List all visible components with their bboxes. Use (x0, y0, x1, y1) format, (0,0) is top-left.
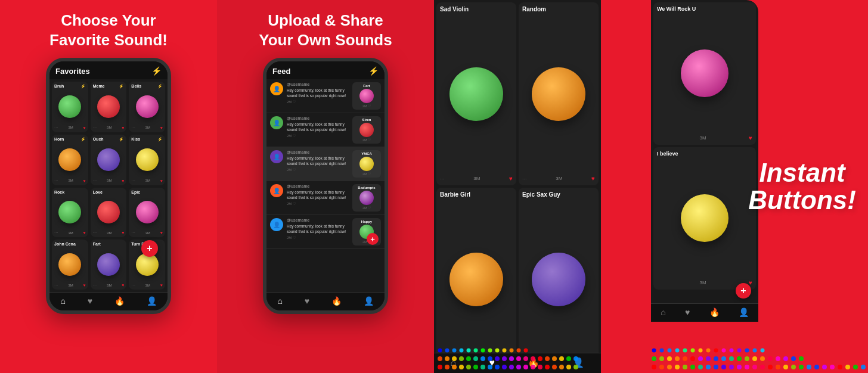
sound-btn-fart[interactable] (97, 253, 120, 276)
feed-item-5[interactable]: 👤 @username Hey community, look at this … (266, 215, 385, 249)
btn-wewillrocku[interactable] (681, 49, 728, 97)
svg-point-73 (807, 365, 811, 369)
svg-point-64 (737, 365, 742, 369)
svg-point-81 (652, 356, 656, 361)
sound-btn-meme[interactable] (97, 95, 120, 118)
sound-btn-horn[interactable] (58, 148, 81, 171)
svg-point-87 (698, 356, 703, 361)
panel-1-title: Choose YourFavorite Sound! (49, 11, 168, 49)
sound-btn-kiss[interactable] (136, 148, 159, 171)
svg-point-37 (559, 356, 564, 361)
feed-content-2: @username Hey community, look at this fu… (287, 116, 349, 138)
svg-point-89 (714, 356, 718, 361)
svg-point-36 (552, 356, 557, 361)
sound-cell-johncena[interactable]: John Cena ···3M♥ (52, 240, 88, 290)
feed-sound-1[interactable]: Fart 2M ♡ (352, 82, 381, 110)
nav-profile[interactable]: 👤 (147, 296, 157, 306)
feed-sound-4[interactable]: Badumpts 2M ♡ (352, 184, 381, 212)
sound-cell-fart[interactable]: Fart ···3M♥ (91, 240, 127, 290)
closeup-cell-ibelieve[interactable]: I believe 3M ♥ + (653, 147, 756, 290)
filter-icon-2[interactable]: ⚡ (368, 66, 379, 76)
svg-point-7 (488, 365, 492, 369)
sound-cell-epic[interactable]: Epic ···3M♥ (129, 188, 165, 238)
feed-item-3[interactable]: 👤 @username Hey community, look at this … (266, 147, 385, 181)
sound-btn-epic[interactable] (136, 201, 159, 223)
bottom-nav-4: ⌂ ♥ 🔥 👤 (651, 303, 758, 322)
svg-point-42 (452, 349, 457, 353)
svg-point-88 (706, 356, 711, 361)
svg-point-32 (523, 356, 528, 361)
svg-point-26 (480, 356, 485, 361)
nav-profile-2[interactable]: 👤 (364, 296, 374, 306)
sound-cell-ouch[interactable]: Ouch ⚡ ···3M♥ (91, 135, 127, 185)
svg-point-77 (838, 365, 842, 369)
add-feed-button[interactable]: + (367, 233, 379, 245)
nav-trending-4[interactable]: 🔥 (709, 307, 720, 317)
nav-profile-4[interactable]: 👤 (739, 307, 749, 317)
nav-trending[interactable]: 🔥 (114, 296, 125, 306)
svg-point-85 (683, 356, 687, 361)
nav-home-4[interactable]: ⌂ (661, 307, 665, 317)
sound-cell-turndown[interactable]: Turn Down ···3M♥ + (129, 240, 165, 290)
sound-btn-ouch[interactable] (97, 148, 120, 171)
sound-btn-bells[interactable] (136, 95, 159, 118)
bottom-nav-1: ⌂ ♥ 🔥 👤 (49, 292, 168, 310)
sound-cell-bells[interactable]: Bells ⚡ ···3M♥ (129, 82, 165, 132)
svg-point-23 (459, 356, 464, 361)
nav-home[interactable]: ⌂ (60, 296, 65, 306)
filter-icon[interactable]: ⚡ (151, 66, 162, 76)
phone-1-title: Favorites (55, 67, 90, 76)
feed-item-4[interactable]: 👤 @username Hey community, look at this … (266, 181, 385, 215)
feed-item-1[interactable]: 👤 @username Hey community, look at this … (266, 79, 385, 113)
avatar-5: 👤 (270, 218, 283, 231)
svg-point-84 (675, 356, 680, 361)
closeup-cell-wewillrocku[interactable]: We Will Rock U 3M ♥ (653, 2, 756, 145)
phone-2-header: Feed ⚡ (266, 61, 385, 79)
nav-favorites-4[interactable]: ♥ (685, 307, 690, 317)
svg-point-4 (466, 365, 471, 369)
feed-content-5: @username Hey community, look at this fu… (287, 218, 349, 240)
nav-favorites[interactable]: ♥ (88, 296, 92, 306)
nav-favorites-2[interactable]: ♥ (305, 296, 309, 306)
add-sound-button[interactable]: + (141, 240, 158, 257)
svg-point-2 (452, 365, 457, 369)
btn-ibelieve[interactable] (681, 194, 728, 242)
svg-point-55 (667, 365, 672, 369)
panel4-sounds: We Will Rock U 3M ♥ I believe 3M ♥ + (651, 0, 758, 292)
sound-cell-bruh[interactable]: Bruh ⚡ ···3M♥ (52, 82, 88, 132)
svg-point-83 (667, 356, 672, 361)
nav-trending-2[interactable]: 🔥 (331, 296, 342, 306)
sound-cell-meme[interactable]: Meme ⚡ ···3M♥ (91, 82, 127, 132)
btn-sadviolin[interactable] (450, 67, 503, 121)
sound-cell-rock[interactable]: Rock ···3M♥ (52, 188, 88, 238)
panel-1: Choose YourFavorite Sound! Favorites ⚡ B… (0, 0, 217, 373)
svg-point-99 (791, 356, 796, 361)
svg-point-82 (659, 356, 664, 361)
svg-point-79 (853, 365, 858, 369)
sound-cell-kiss[interactable]: Kiss ⚡ ···3M♥ (129, 135, 165, 185)
panel-2: Upload & ShareYour Own Sounds Feed ⚡ 👤 @… (217, 0, 434, 373)
closeup-cell-random[interactable]: Random ··· 3M ♥ (519, 2, 599, 185)
svg-point-10 (509, 365, 514, 369)
svg-point-45 (474, 349, 478, 353)
nav-home-2[interactable]: ⌂ (277, 296, 282, 306)
partial-phone-4: We Will Rock U 3M ♥ I believe 3M ♥ + (651, 0, 758, 322)
sound-cell-love[interactable]: Love ···3M♥ (91, 188, 127, 238)
sound-btn-johncena[interactable] (58, 253, 81, 276)
sound-btn-bruh[interactable] (58, 95, 81, 118)
closeup-cell-sadviolin[interactable]: Sad Violin ··· 3M ♥ (436, 2, 516, 185)
feed-sound-3[interactable]: YMCA 2M ♡ (352, 150, 381, 178)
svg-point-111 (730, 349, 734, 353)
add-panel4-button[interactable]: + (736, 283, 751, 299)
sound-btn-love[interactable] (97, 201, 120, 223)
svg-point-108 (706, 349, 711, 353)
feed-item-2[interactable]: 👤 @username Hey community, look at this … (266, 113, 385, 147)
feed-sound-2[interactable]: Siren 2M ♡ (352, 116, 381, 144)
svg-point-62 (721, 365, 726, 369)
btn-random[interactable] (532, 67, 585, 121)
svg-point-12 (523, 365, 528, 369)
sound-cell-horn[interactable]: Horn ⚡ ···3M♥ (52, 135, 88, 185)
svg-point-13 (531, 365, 535, 369)
avatar-2: 👤 (270, 116, 283, 129)
sound-btn-rock[interactable] (58, 201, 81, 223)
